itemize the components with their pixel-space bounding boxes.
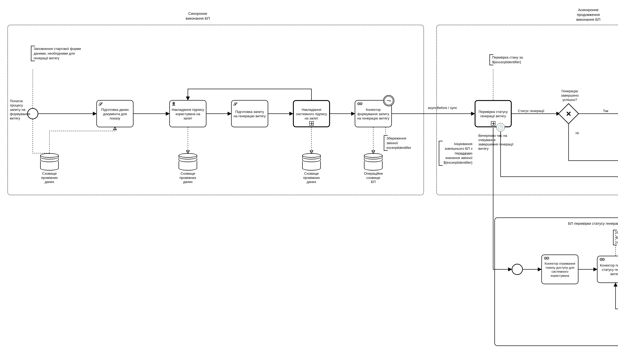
task-check-conn: Конектор перевірки статусу генерації вит… — [597, 256, 618, 283]
task-prep-req: Підготовка запиту на генерацію витягу — [231, 100, 268, 127]
xor-icon: × — [566, 109, 571, 118]
edge-timeout: Вичерпано час на очікування завершення г… — [478, 133, 515, 151]
task-get-token: Конектор отримання токену доступу для си… — [541, 255, 579, 284]
task-user-sign: Накладання підпису користувача на запит — [169, 100, 206, 127]
script-icon — [233, 102, 237, 106]
datastore-intermediate-1: Сховище проміжних даних — [40, 153, 59, 184]
edge-no: Ні — [572, 131, 582, 135]
datastore-intermediate-3: Сховище проміжних даних — [302, 153, 321, 184]
service-icon — [357, 102, 362, 106]
script-icon — [99, 102, 102, 106]
annotation-check-sys: Перевірка стану за ${excerptIdentifier} … — [613, 230, 618, 245]
datastore-op: Операційне сховище БП — [364, 153, 382, 184]
sub-start-event — [512, 264, 523, 275]
task-prep-doc: Підготовка даних документа для показу — [96, 100, 133, 127]
datastore-intermediate-2: Сховище проміжних даних — [179, 153, 197, 184]
edge-status: Статус генерації — [518, 109, 550, 113]
signal-icon: ⤳ — [387, 98, 391, 104]
sub-pool-title: БП перевірки статусу генерації витягу — [550, 221, 618, 226]
edge-yes: Так — [599, 109, 612, 113]
service-icon — [544, 256, 548, 260]
task-sys-sign: Накладання системного підпису на запит — [293, 100, 330, 127]
user-icon — [171, 102, 176, 105]
annotation-check-by-id: Перевірка стану за ${excerptIdentifier} — [489, 54, 530, 65]
annotation-save-var: Збереження змінної excerptIdentifier — [384, 135, 418, 151]
sync-pool-title: Синхронне виконання БП — [173, 11, 223, 21]
subprocess-marker-icon — [491, 121, 495, 126]
subprocess-marker-icon — [309, 121, 314, 126]
task-check-status: Перевірка статусу генерації витягу — [475, 100, 512, 127]
start-event-label: Початок процесу запиту на формування вит… — [10, 99, 32, 120]
service-icon — [599, 258, 604, 261]
annotation-init-ext: Ініціювання зовнішнього БП з передачею з… — [439, 141, 475, 166]
gateway-gen-success-label: Генерацію завершено успішно? — [556, 89, 583, 102]
timer-boundary-icon: 🕑 — [496, 123, 505, 131]
gateway-gen-success: × — [561, 106, 576, 121]
async-pool-title: Асинхронне продовження виконання БП — [568, 7, 608, 22]
boundary-event-connector: ⤳ — [383, 95, 394, 106]
annotation-start-form: Заповнення стартової форми даними, необх… — [31, 46, 85, 61]
